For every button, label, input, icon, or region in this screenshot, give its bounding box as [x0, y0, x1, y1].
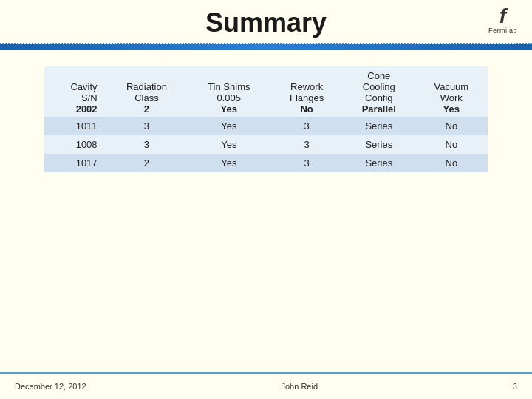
- cell-vacuum-2: No: [415, 135, 488, 154]
- fermilab-label: Fermilab: [488, 27, 517, 34]
- table-row: 1011 3 Yes 3 Series No: [44, 117, 488, 135]
- cell-cone-3: Series: [343, 154, 415, 172]
- summary-table: CavityS/N2002 RadiationClass2 Tin Shims0…: [44, 66, 488, 172]
- col-rework-header: ReworkFlangesNo: [270, 66, 343, 117]
- footer-author: John Reid: [281, 382, 318, 391]
- cell-rework-3: 3: [270, 154, 343, 172]
- cell-radiation-3: 2: [106, 154, 188, 172]
- cell-sn-3: 1017: [44, 154, 106, 172]
- cell-vacuum-3: No: [415, 154, 488, 172]
- blue-bar: [0, 44, 532, 50]
- col-vacuum-header: VacuumWorkYes: [415, 66, 488, 117]
- cell-rework-1: 3: [270, 117, 343, 135]
- cell-shims-1: Yes: [187, 117, 270, 135]
- col-cone-header: ConeCoolingConfigParallel: [343, 66, 415, 117]
- footer: December 12, 2012 John Reid 3: [0, 372, 532, 399]
- table-row: 1008 3 Yes 3 Series No: [44, 135, 488, 154]
- col-shims-header: Tin Shims0.005Yes: [187, 66, 270, 117]
- table-header-row: CavityS/N2002 RadiationClass2 Tin Shims0…: [44, 66, 488, 117]
- main-content: CavityS/N2002 RadiationClass2 Tin Shims0…: [0, 52, 532, 399]
- footer-page: 3: [513, 382, 517, 391]
- fermilab-logo: f Fermilab: [488, 6, 517, 34]
- cell-shims-3: Yes: [187, 154, 270, 172]
- cell-radiation-2: 3: [106, 135, 188, 154]
- header: Summary f Fermilab: [0, 0, 532, 38]
- col-radiation-header: RadiationClass2: [106, 66, 188, 117]
- table-row: 1017 2 Yes 3 Series No: [44, 154, 488, 172]
- cell-radiation-1: 3: [106, 117, 188, 135]
- cell-cone-2: Series: [343, 135, 415, 154]
- cell-rework-2: 3: [270, 135, 343, 154]
- col-sn-header: CavityS/N2002: [44, 66, 106, 117]
- cell-vacuum-1: No: [415, 117, 488, 135]
- page-title: Summary: [15, 7, 517, 38]
- cell-sn-2: 1008: [44, 135, 106, 154]
- fermilab-f-icon: f: [499, 6, 506, 27]
- cell-shims-2: Yes: [187, 135, 270, 154]
- cell-cone-1: Series: [343, 117, 415, 135]
- cell-sn-1: 1011: [44, 117, 106, 135]
- page: Summary f Fermilab CavityS/N2002 Radiati…: [0, 0, 532, 399]
- footer-date: December 12, 2012: [15, 382, 86, 391]
